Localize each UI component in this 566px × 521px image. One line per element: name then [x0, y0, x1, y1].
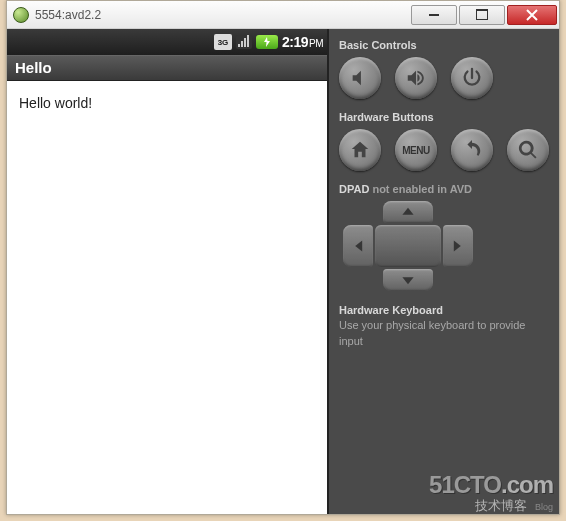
dpad-center-button[interactable] [375, 225, 441, 267]
hardware-keyboard-section: Hardware Keyboard Use your physical keyb… [339, 303, 549, 349]
close-button[interactable] [507, 5, 557, 25]
basic-controls-label: Basic Controls [339, 39, 549, 51]
maximize-button[interactable] [459, 5, 505, 25]
hardware-keyboard-title: Hardware Keyboard [339, 303, 549, 318]
menu-button[interactable]: MENU [395, 129, 437, 171]
clock: 2:19PM [282, 34, 323, 50]
dpad-left-button[interactable] [343, 225, 373, 267]
phone-screen[interactable]: 3G 2:19PM Hello Hello world! [7, 29, 329, 514]
control-panel: Basic Controls Hardware Buttons MENU [329, 29, 559, 514]
hardware-keyboard-desc: Use your physical keyboard to provide in… [339, 319, 525, 346]
content-area: 3G 2:19PM Hello Hello world! Basic Contr… [7, 29, 559, 514]
dpad-down-button[interactable] [383, 269, 433, 291]
network-3g-icon: 3G [214, 33, 232, 51]
volume-up-button[interactable] [395, 57, 437, 99]
android-emulator-icon [13, 7, 29, 23]
battery-charging-icon [256, 33, 278, 51]
search-button[interactable] [507, 129, 549, 171]
dpad-right-button[interactable] [443, 225, 473, 267]
window-controls [409, 5, 557, 25]
volume-down-button[interactable] [339, 57, 381, 99]
minimize-button[interactable] [411, 5, 457, 25]
hardware-buttons-label: Hardware Buttons [339, 111, 549, 123]
back-button[interactable] [451, 129, 493, 171]
home-button[interactable] [339, 129, 381, 171]
hardware-buttons-row: MENU [339, 129, 549, 171]
dpad-section: DPAD not enabled in AVD [339, 183, 549, 291]
watermark: 51CTO.com 技术博客 Blog [429, 473, 553, 512]
app-title: Hello [7, 55, 327, 81]
dpad [343, 201, 473, 291]
android-statusbar: 3G 2:19PM [7, 29, 327, 55]
dpad-up-button[interactable] [383, 201, 433, 223]
basic-controls-row [339, 57, 549, 99]
emulator-window: 5554:avd2.2 3G 2:19 [6, 0, 560, 515]
titlebar[interactable]: 5554:avd2.2 [7, 1, 559, 29]
app-body: Hello world! [7, 81, 327, 514]
signal-bars-icon [236, 33, 252, 51]
power-button[interactable] [451, 57, 493, 99]
window-title: 5554:avd2.2 [35, 8, 409, 22]
dpad-label: DPAD not enabled in AVD [339, 183, 549, 195]
